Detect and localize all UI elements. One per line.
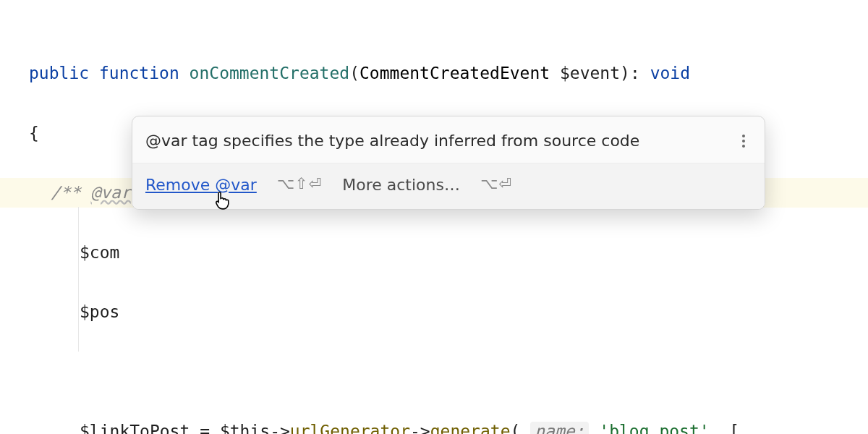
keyword: function: [99, 64, 179, 82]
code-editor[interactable]: public function onCommentCreated(Comment…: [0, 0, 868, 434]
code-line: $com: [29, 238, 868, 268]
more-options-icon[interactable]: [736, 133, 752, 149]
keyword: public: [29, 64, 89, 82]
popup-actions: Remove @var ⌥⇧⏎ More actions… ⌥⏎: [132, 163, 765, 210]
type: CommentCreatedEvent: [359, 64, 550, 82]
code-line: $linkToPost = $this->urlGenerator->gener…: [29, 417, 868, 434]
code-line: $pos: [29, 297, 868, 327]
function-name: onCommentCreated: [190, 64, 350, 82]
code-line: public function onCommentCreated(Comment…: [29, 59, 868, 88]
keyword: void: [650, 64, 690, 82]
more-actions-link[interactable]: More actions…: [342, 171, 460, 200]
variable: $event: [560, 64, 620, 82]
remove-var-action[interactable]: Remove @var: [145, 171, 257, 200]
shortcut-hint: ⌥⏎: [480, 171, 512, 198]
popup-header: @var tag specifies the type already infe…: [132, 116, 765, 163]
inspection-message: @var tag specifies the type already infe…: [145, 127, 736, 156]
inspection-popup: @var tag specifies the type already infe…: [132, 116, 765, 210]
indent-guide: [78, 207, 79, 352]
shortcut-hint: ⌥⇧⏎: [277, 171, 322, 198]
inlay-hint: name:: [530, 422, 589, 434]
doc-tag: @var: [90, 183, 130, 202]
code-line: [29, 357, 868, 386]
